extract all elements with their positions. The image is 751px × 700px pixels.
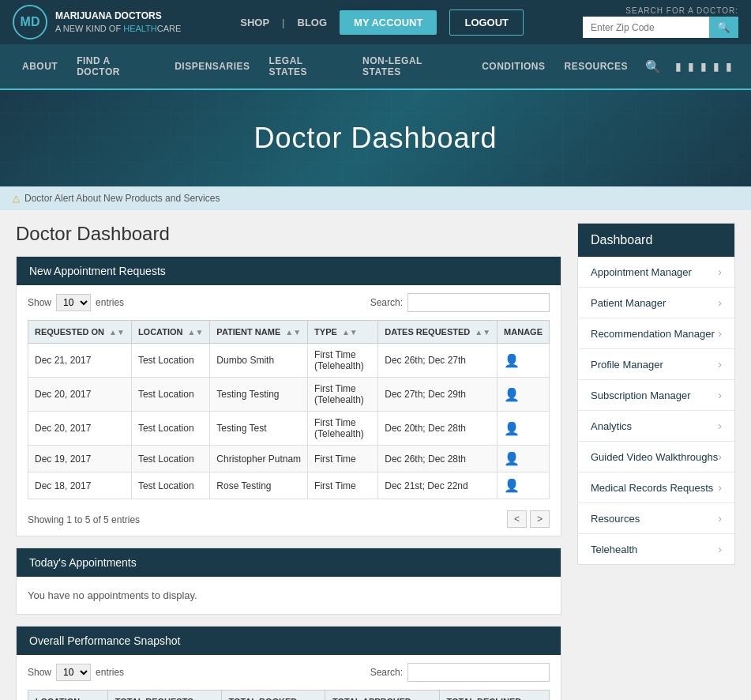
cell-patient: Testing Test	[210, 412, 308, 446]
instagram-icon[interactable]: ▮	[713, 60, 719, 73]
prev-page-button[interactable]: <	[507, 510, 527, 528]
table-row: Dec 20, 2017 Test Location Testing Testi…	[28, 378, 550, 412]
performance-table: LOCATION ▲▼ TOTAL REQUESTS ▲▼ TOTAL BOOK…	[28, 690, 550, 700]
cell-type: First Time	[308, 446, 378, 472]
appointments-search-input[interactable]	[407, 293, 550, 312]
nav-legal-states[interactable]: LEGAL STATES	[259, 44, 353, 88]
chevron-right-icon: ›	[718, 420, 722, 432]
table-row: Dec 21, 2017 Test Location Dumbo Smith F…	[28, 344, 550, 378]
sidebar-header: Dashboard	[578, 224, 734, 257]
chevron-right-icon: ›	[718, 450, 722, 463]
next-page-button[interactable]: >	[530, 510, 550, 528]
nav-find-doctor[interactable]: FIND A DOCTOR	[67, 44, 165, 88]
manage-icon[interactable]: 👤	[504, 422, 520, 435]
manage-icon[interactable]: 👤	[504, 388, 520, 401]
col-type: TYPE ▲▼	[308, 321, 378, 344]
new-appointments-header: New Appointment Requests	[17, 257, 561, 285]
cell-requested-on: Dec 20, 2017	[28, 378, 132, 412]
sidebar-item-label: Appointment Manager	[591, 266, 692, 278]
nav-dispensaries[interactable]: DISPENSARIES	[165, 50, 259, 83]
cell-manage: 👤	[498, 472, 550, 499]
search-label: Search:	[370, 297, 403, 308]
col-location: LOCATION ▲▼	[131, 321, 209, 344]
sidebar-item-label: Subscription Manager	[591, 390, 690, 401]
sidebar-item-analytics[interactable]: Analytics ›	[578, 411, 734, 442]
entries-select[interactable]: 10 25 50	[56, 294, 91, 311]
nav-search-icon[interactable]: 🔍	[637, 48, 669, 85]
doctor-search: SEARCH FOR A DOCTOR: 🔍	[583, 6, 738, 38]
hero-section: Doctor Dashboard	[0, 90, 751, 186]
show-entries-control: Show 10 25 50 entries	[28, 294, 124, 311]
performance-search-input[interactable]	[407, 663, 550, 682]
cell-patient: Testing Testing	[210, 378, 308, 412]
cell-type: First Time (Telehealth)	[308, 344, 378, 378]
perf-entries-label: entries	[96, 667, 124, 678]
sidebar-item-patient-manager[interactable]: Patient Manager ›	[578, 288, 734, 318]
performance-section: Overall Performance Snapshot Show 10 25 …	[16, 626, 561, 700]
cell-location: Test Location	[131, 378, 209, 412]
cell-location: Test Location	[131, 412, 209, 446]
nav-about[interactable]: ABOUT	[13, 50, 67, 83]
chevron-right-icon: ›	[718, 481, 722, 494]
new-appointments-section: New Appointment Requests Show 10 25 50 e…	[16, 256, 561, 536]
cell-location: Test Location	[131, 344, 209, 378]
alert-bar: △ Doctor Alert About New Products and Se…	[0, 186, 751, 210]
social-icons: ▮ ▮ ▮ ▮ ▮	[669, 60, 738, 73]
youtube-icon[interactable]: ▮	[726, 60, 732, 73]
nav-conditions[interactable]: CONDITIONS	[472, 50, 554, 83]
sidebar-item-profile-manager[interactable]: Profile Manager ›	[578, 349, 734, 380]
table-row: Dec 19, 2017 Test Location Christopher P…	[28, 446, 550, 472]
twitter-icon[interactable]: ▮	[688, 60, 694, 73]
perf-col-total-booked: TOTAL BOOKED ▲▼	[221, 691, 325, 701]
sidebar-item-subscription-manager[interactable]: Subscription Manager ›	[578, 380, 734, 411]
sidebar-item-recommendation-manager[interactable]: Recommendation Manager ›	[578, 318, 734, 349]
zip-search-form: 🔍	[583, 17, 738, 38]
perf-search-control: Search:	[370, 663, 550, 682]
todays-appointments-section: Today's Appointments You have no appoint…	[16, 548, 561, 615]
zip-input[interactable]	[583, 17, 709, 38]
my-account-button[interactable]: MY ACCOUNT	[340, 10, 437, 35]
blog-link[interactable]: BLOG	[298, 17, 328, 28]
cell-manage: 👤	[498, 412, 550, 446]
appointments-table: REQUESTED ON ▲▼ LOCATION ▲▼ PATIENT NAME…	[28, 320, 550, 499]
chevron-right-icon: ›	[718, 389, 722, 401]
perf-show-entries-control: Show 10 25 50 entries	[28, 664, 124, 681]
sidebar-item-resources[interactable]: Resources ›	[578, 503, 734, 534]
col-requested-on: REQUESTED ON ▲▼	[28, 321, 132, 344]
zip-search-button[interactable]: 🔍	[709, 17, 738, 38]
nav-non-legal-states[interactable]: NON-LEGAL STATES	[353, 44, 472, 88]
logout-button[interactable]: LOGOUT	[449, 9, 524, 36]
cell-manage: 👤	[498, 378, 550, 412]
top-nav: SHOP | BLOG MY ACCOUNT LOGOUT	[240, 9, 524, 36]
sort-icon: ▲▼	[342, 328, 358, 337]
cell-dates: Dec 26th; Dec 28th	[378, 446, 498, 472]
perf-entries-select[interactable]: 10 25 50	[56, 664, 91, 681]
sidebar-item-medical-records-requests[interactable]: Medical Records Requests ›	[578, 472, 734, 503]
entries-label: entries	[96, 297, 124, 308]
cell-location: Test Location	[131, 472, 209, 499]
perf-show-label: Show	[28, 667, 51, 678]
sidebar-item-telehealth[interactable]: Telehealth ›	[578, 534, 734, 564]
manage-icon[interactable]: 👤	[504, 452, 520, 465]
sort-icon: ▲▼	[475, 328, 490, 337]
performance-header: Overall Performance Snapshot	[17, 627, 561, 655]
shop-link[interactable]: SHOP	[240, 17, 269, 28]
cell-location: Test Location	[131, 446, 209, 472]
manage-icon[interactable]: 👤	[504, 354, 520, 367]
appointments-showing: Showing 1 to 5 of 5 entries	[28, 514, 140, 525]
sidebar-item-label: Recommendation Manager	[591, 328, 715, 340]
nav-resources[interactable]: RESOURCES	[554, 50, 637, 83]
cell-type: First Time	[308, 472, 378, 499]
sidebar-item-label: Resources	[591, 513, 640, 525]
cell-manage: 👤	[498, 446, 550, 472]
sidebar-item-label: Analytics	[591, 420, 632, 432]
facebook-icon[interactable]: ▮	[675, 60, 682, 73]
hero-title: Doctor Dashboard	[16, 122, 735, 155]
sidebar-item-appointment-manager[interactable]: Appointment Manager ›	[578, 257, 734, 288]
table-row: Dec 20, 2017 Test Location Testing Test …	[28, 412, 550, 446]
manage-icon[interactable]: 👤	[504, 479, 520, 492]
cell-requested-on: Dec 20, 2017	[28, 412, 132, 446]
sidebar-item-guided-video-walkthroughs[interactable]: Guided Video Walkthroughs ›	[578, 442, 734, 472]
cell-manage: 👤	[498, 344, 550, 378]
pinterest-icon[interactable]: ▮	[700, 60, 707, 73]
